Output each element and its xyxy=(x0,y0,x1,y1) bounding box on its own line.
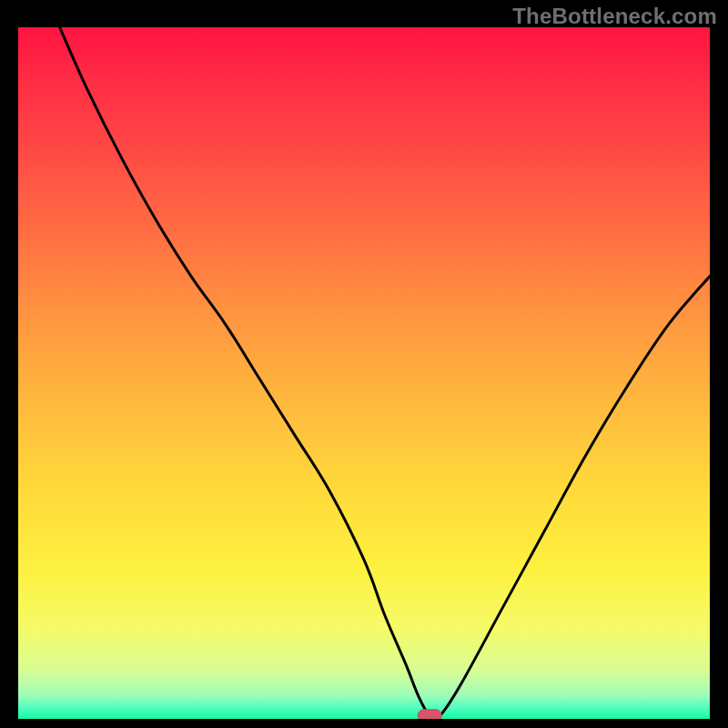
watermark-label: TheBottleneck.com xyxy=(512,4,717,29)
optimum-marker xyxy=(418,710,441,719)
svg-rect-0 xyxy=(418,710,441,719)
plot-svg xyxy=(18,27,710,719)
plot-background xyxy=(18,27,710,719)
bottleneck-plot xyxy=(18,27,710,719)
chart-frame: TheBottleneck.com xyxy=(0,0,728,728)
